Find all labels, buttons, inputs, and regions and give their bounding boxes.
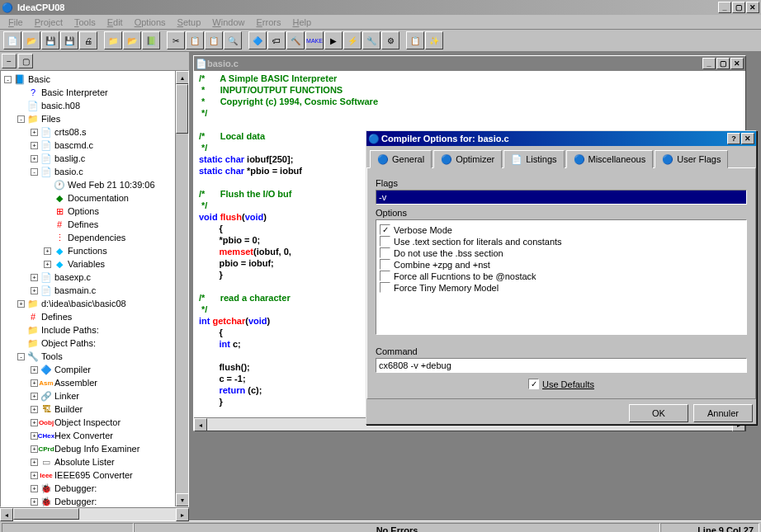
option-checkbox[interactable]: Force all Fucntions to be @nostack (380, 271, 743, 281)
expand-icon[interactable]: + (31, 445, 38, 453)
tree-item[interactable]: +🔗Linker (2, 389, 187, 403)
editor-minimize-button[interactable]: _ (702, 58, 716, 69)
tree-item[interactable]: +CPrdDebug Info Examiner (2, 442, 187, 455)
command-input[interactable] (376, 358, 747, 373)
tree-item[interactable]: #Defines (2, 218, 187, 231)
tree-expand-button[interactable]: ▢ (18, 54, 33, 68)
menu-file[interactable]: File (3, 16, 28, 28)
maximize-button[interactable]: ▢ (732, 2, 745, 13)
toolbar-paste[interactable]: 📋 (205, 31, 223, 49)
tree-item[interactable]: 📄basic.h08 (2, 99, 187, 112)
tree-item[interactable]: +🏗Builder (2, 403, 187, 416)
expand-icon[interactable]: + (31, 432, 38, 440)
dialog-close-button[interactable]: ✕ (741, 133, 754, 144)
expand-icon[interactable]: + (31, 142, 38, 149)
toolbar-wizard[interactable]: ✨ (425, 31, 443, 49)
menu-tools[interactable]: Tools (69, 16, 101, 28)
tree-item[interactable]: +🐞Debugger: (2, 482, 187, 495)
toolbar-make[interactable]: MAKE (305, 31, 324, 49)
tree-item[interactable]: +📄baslig.c (2, 152, 187, 165)
option-checkbox[interactable]: Use .text section for literals and const… (380, 236, 743, 247)
tree-item[interactable]: 📁Include Paths: (2, 323, 187, 337)
expand-icon[interactable]: + (31, 459, 38, 466)
expand-icon[interactable]: + (17, 300, 25, 308)
tree-item[interactable]: +📁d:\idea\basic\basic08 (2, 297, 187, 310)
dialog-help-button[interactable]: ? (727, 133, 740, 144)
menu-errors[interactable]: Errors (251, 16, 286, 28)
close-button[interactable]: ✕ (746, 2, 759, 13)
tree-hscrollbar[interactable]: ◂▸ (0, 507, 189, 520)
tree-item[interactable]: +📄crts08.s (2, 125, 187, 139)
toolbar-run1[interactable]: ▶ (324, 31, 343, 49)
expand-icon[interactable]: + (31, 393, 38, 400)
option-checkbox[interactable]: Do not use the .bss section (380, 247, 743, 258)
tree-item[interactable]: +◆Functions (2, 244, 187, 257)
tree-item[interactable]: +📄basmain.c (2, 284, 187, 297)
menu-options[interactable]: Options (130, 16, 171, 28)
menu-window[interactable]: Window (207, 16, 249, 28)
toolbar-save-file[interactable]: 💾 (41, 31, 59, 49)
expand-icon[interactable]: + (31, 287, 38, 294)
option-checkbox[interactable]: ✓Verbose Mode (380, 224, 743, 235)
ok-button[interactable]: OK (629, 404, 688, 422)
tree-item[interactable]: #Defines (2, 310, 187, 323)
toolbar-opts[interactable]: 📋 (406, 31, 424, 49)
toolbar-new-file[interactable]: 📄 (3, 31, 21, 49)
expand-icon[interactable]: + (31, 274, 38, 281)
expand-icon[interactable]: - (31, 168, 38, 176)
expand-icon[interactable]: + (44, 247, 51, 255)
toolbar-find[interactable]: 🔍 (224, 31, 242, 49)
tree-item[interactable]: 🕐Wed Feb 21 10:39:06 (2, 178, 187, 191)
toolbar-cut[interactable]: ✂ (167, 31, 185, 49)
tree-item[interactable]: +OobjObject Inspector (2, 416, 187, 429)
menu-help[interactable]: Help (287, 16, 316, 28)
tab-listings[interactable]: 📄Listings (503, 150, 564, 168)
tab-general[interactable]: 🔵General (370, 150, 432, 168)
expand-icon[interactable]: + (31, 366, 38, 374)
toolbar-build[interactable]: 🔨 (286, 31, 305, 49)
expand-icon[interactable]: + (31, 129, 38, 136)
tree-item[interactable]: +📄bascmd.c (2, 139, 187, 152)
tree-item[interactable]: ⊞Options (2, 205, 187, 218)
expand-icon[interactable]: - (4, 76, 12, 83)
tree-item[interactable]: +IeeeIEEE695 Converter (2, 468, 187, 482)
expand-icon[interactable]: - (17, 115, 25, 123)
toolbar-folder-open[interactable]: 📂 (123, 31, 141, 49)
option-checkbox[interactable]: Force Tiny Memory Model (380, 282, 743, 293)
tree-item[interactable]: +▭Absolute Lister (2, 455, 187, 468)
expand-icon[interactable]: + (31, 485, 38, 492)
tree-item[interactable]: +◆Variables (2, 257, 187, 271)
expand-icon[interactable]: + (31, 498, 38, 506)
tree-item[interactable]: -📘Basic (2, 73, 187, 86)
tree-item[interactable]: +🔷Compiler (2, 363, 187, 376)
toolbar-build-blue[interactable]: 🔷 (248, 31, 267, 49)
tree-item[interactable]: ◆Documentation (2, 191, 187, 205)
toolbar-run3[interactable]: 🔧 (362, 31, 380, 49)
tree-item[interactable]: -📄basio.c (2, 165, 187, 178)
tree-item[interactable]: ?Basic Interpreter (2, 86, 187, 99)
toolbar-save-all[interactable]: 💾 (60, 31, 78, 49)
expand-icon[interactable]: + (31, 379, 38, 387)
use-defaults-checkbox[interactable]: ✓ Use Defaults (528, 379, 594, 389)
toolbar-tag[interactable]: 🏷 (267, 31, 286, 49)
expand-icon[interactable]: + (31, 419, 38, 426)
tree-item[interactable]: -📁Files (2, 112, 187, 125)
option-checkbox[interactable]: Combine +zpg and +nst (380, 259, 743, 270)
expand-icon[interactable]: - (17, 353, 25, 360)
flags-input[interactable] (376, 190, 747, 205)
menu-project[interactable]: Project (30, 16, 68, 28)
expand-icon[interactable]: + (31, 472, 38, 479)
cancel-button[interactable]: Annuler (693, 404, 753, 422)
tree-collapse-button[interactable]: − (2, 54, 17, 68)
expand-icon[interactable]: + (31, 155, 38, 162)
tree-item[interactable]: +📄basexp.c (2, 271, 187, 284)
dialog-titlebar[interactable]: 🔵 Compiler Options for: basio.c ? ✕ (366, 131, 756, 146)
tab-optimizer[interactable]: 🔵Optimizer (433, 150, 502, 168)
toolbar-run2[interactable]: ⚡ (343, 31, 362, 49)
tree-item[interactable]: ⋮Dependencies (2, 231, 187, 244)
menu-edit[interactable]: Edit (102, 16, 128, 28)
toolbar-open-file[interactable]: 📂 (22, 31, 40, 49)
expand-icon[interactable]: + (31, 406, 38, 413)
tree-item[interactable]: +CHexHex Converter (2, 429, 187, 442)
toolbar-copy[interactable]: 📋 (186, 31, 204, 49)
